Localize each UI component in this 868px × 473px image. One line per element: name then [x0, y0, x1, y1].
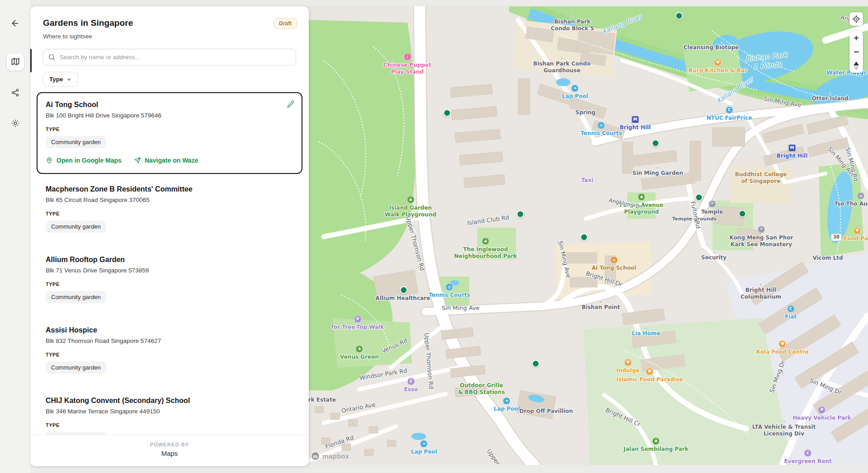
type-heading: TYPE: [46, 422, 293, 428]
garden-marker[interactable]: [532, 360, 540, 368]
tree-poi-icon: ♣: [355, 345, 363, 353]
chevron-down-icon: [66, 77, 72, 82]
map-label: ♣Jalan Sembilang Park: [623, 437, 688, 453]
map-label: Sin Ming Rd: [844, 147, 860, 183]
play-poi-icon: ♣: [652, 437, 660, 445]
geolocate-button[interactable]: [849, 12, 863, 26]
temple-poi-icon: ⌂: [857, 192, 864, 200]
type-filter-dropdown[interactable]: Type: [43, 72, 78, 87]
map-label: ♣Venus Green: [340, 345, 379, 361]
map-label: Bishan Park 1 Ponds: [745, 50, 788, 73]
mrt-poi-icon: M: [631, 116, 639, 123]
page-subtitle: Where to sightsee: [43, 33, 297, 40]
parkingP-poi-icon: P: [818, 406, 826, 414]
map-label: ΨIslamic Food Paradise: [616, 368, 683, 383]
map-label: Sin Ming Dr: [808, 377, 843, 396]
place-list-item[interactable]: Assisi Hospice Blk 832 Thomson Road Sing…: [30, 315, 309, 385]
mrt-poi-icon: M: [788, 144, 796, 152]
map-label: ΨFood Par: [844, 227, 868, 242]
map-label: *Temple: [701, 200, 723, 215]
zoom-out-button[interactable]: −: [849, 45, 863, 59]
panel-scrollbar[interactable]: [30, 49, 32, 72]
garden-marker[interactable]: [739, 210, 746, 218]
map-label: EEsso: [404, 378, 418, 393]
food-poi-icon: Ψ: [624, 359, 632, 366]
place-list-item[interactable]: Macpherson Zone B Residents' Committee B…: [30, 174, 309, 244]
garden-marker[interactable]: [580, 234, 588, 241]
map-label: ΨKola Food Centre: [756, 340, 809, 356]
compass-north-icon: [854, 61, 859, 66]
footer-brand: Maps: [30, 450, 309, 457]
map-label: ⌂Tse Tho Aum Tem: [835, 192, 868, 207]
map-label: ♣Island Garden Walk Playground: [385, 196, 436, 218]
open-google-maps-link[interactable]: Open in Google Maps: [46, 157, 122, 164]
tennis-poi-icon: ◎: [445, 283, 453, 291]
map-icon: [11, 57, 20, 66]
map-label: Angklong Ln: [608, 197, 642, 211]
map-label: Lia Home: [632, 327, 660, 337]
poi-dot-icon: [713, 251, 715, 253]
place-name: Assisi Hospice: [46, 326, 293, 334]
mapbox-wordmark: mapbox: [322, 452, 349, 460]
tennis-poi-icon: ◎: [597, 122, 605, 129]
map-label: ♪Chinese Puppet Play Stand: [383, 53, 431, 75]
status-badge: Draft: [274, 18, 297, 29]
map-label: Taxi: [581, 177, 594, 184]
parkingP-poi-icon: P: [354, 315, 361, 323]
map-label: ♣Fulton Avenue Playground: [619, 193, 663, 215]
map-label: CFiat: [785, 305, 797, 320]
map-label: Allium Healthcare: [376, 295, 430, 302]
map-label: 38: [831, 234, 842, 241]
poi-dot-icon: [826, 252, 829, 254]
place-name: Ai Tong School: [46, 101, 293, 109]
place-list-item[interactable]: Allium Rooftop Garden Blk 71 Venus Drive…: [30, 244, 309, 315]
map-tab[interactable]: [7, 53, 24, 70]
garden-marker[interactable]: [675, 12, 683, 20]
map-label: Bright Hill Dr: [585, 270, 623, 288]
map-canvas[interactable]: Bishan Park Condo Block 5Kallang RiverKa…: [306, 6, 868, 465]
place-name: CHIJ Katong Convent (Secondary) School: [46, 397, 293, 405]
compass-button[interactable]: [849, 59, 863, 73]
map-label: Sin Ming Ave: [763, 95, 802, 109]
map-label: Fulton Rd: [689, 201, 702, 229]
poi-dot-icon: [656, 167, 659, 169]
page-title: Gardens in Singapore: [43, 18, 133, 28]
share-icon: [11, 88, 20, 97]
garden-marker[interactable]: [517, 211, 524, 218]
type-filter-label: Type: [49, 76, 63, 83]
swim-poi-icon: ≈: [420, 440, 428, 448]
map-pin-icon: [46, 157, 53, 164]
map-label: Vicom Ltd: [812, 252, 843, 262]
garden-marker[interactable]: [443, 109, 451, 117]
cart-poi-icon: C: [725, 106, 733, 114]
mapbox-attribution[interactable]: m mapbox: [311, 451, 349, 461]
edit-place-button[interactable]: [287, 100, 294, 110]
map-label: Otter Island: [812, 92, 849, 102]
back-button[interactable]: [7, 14, 24, 32]
map-label: Bright Hill Cr: [604, 407, 642, 429]
garden-marker[interactable]: [652, 140, 660, 147]
place-address: Blk 100 Bright Hill Drive Singapore 5796…: [46, 112, 293, 119]
map-label: ΨBurp Kitchen & Bar: [689, 59, 747, 74]
map-label: PHeavy Vehicle Park: [793, 406, 851, 421]
map-label: ≈Lap Pool: [562, 84, 588, 100]
map-label: Upper Thomson Rd: [422, 333, 434, 389]
garden-marker[interactable]: [695, 194, 703, 201]
place-name: Allium Rooftop Garden: [46, 256, 293, 264]
panel-footer: POWERED BY Maps: [30, 435, 309, 466]
settings-button[interactable]: [7, 115, 24, 132]
poi-dot-icon: [829, 92, 831, 94]
back-arrow-icon: [10, 19, 20, 28]
zoom-in-button[interactable]: +: [849, 31, 863, 45]
map-label: ≈Lap Pool: [494, 397, 520, 412]
map-label: ♣The Inglewood Neighbourhood Park: [454, 238, 517, 260]
search-input[interactable]: [43, 49, 296, 66]
map-label: Kallang River: [716, 76, 755, 105]
place-card-selected[interactable]: Ai Tong School Blk 100 Bright Hill Drive…: [37, 92, 302, 174]
poi-dot-icon: [585, 106, 587, 108]
navigate-waze-link[interactable]: Navigate on Waze: [134, 157, 198, 164]
gear-icon: [11, 119, 20, 128]
garden-marker[interactable]: [400, 286, 408, 294]
share-button[interactable]: [7, 84, 24, 101]
poi-dot-icon: [645, 327, 647, 329]
